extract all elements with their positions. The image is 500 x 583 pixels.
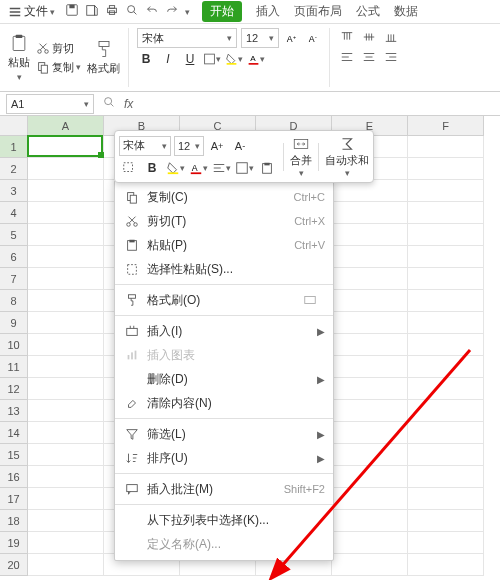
cell[interactable] bbox=[332, 554, 408, 576]
mini-dec-font-icon[interactable]: A- bbox=[230, 136, 250, 156]
align-right-icon[interactable] bbox=[382, 48, 400, 66]
cell[interactable] bbox=[408, 554, 484, 576]
row-header-19[interactable]: 19 bbox=[0, 532, 28, 554]
cell[interactable] bbox=[408, 312, 484, 334]
cell[interactable] bbox=[28, 488, 104, 510]
cm-paste-special[interactable]: 选择性粘贴(S)... bbox=[115, 257, 333, 281]
row-header-11[interactable]: 11 bbox=[0, 356, 28, 378]
cell[interactable] bbox=[332, 532, 408, 554]
mini-bold-icon[interactable]: B bbox=[142, 158, 162, 178]
align-center-icon[interactable] bbox=[360, 48, 378, 66]
cell[interactable] bbox=[332, 312, 408, 334]
fx-icon[interactable]: fx bbox=[124, 97, 133, 111]
cell[interactable] bbox=[28, 158, 104, 180]
row-header-15[interactable]: 15 bbox=[0, 444, 28, 466]
select-all-corner[interactable] bbox=[0, 116, 28, 136]
row-header-6[interactable]: 6 bbox=[0, 246, 28, 268]
cell[interactable] bbox=[408, 180, 484, 202]
mini-fill-icon[interactable]: ▾ bbox=[165, 158, 185, 178]
cell[interactable] bbox=[408, 224, 484, 246]
cm-delete[interactable]: 删除(D) ▶ bbox=[115, 367, 333, 391]
decrease-font-icon[interactable]: A- bbox=[305, 29, 323, 47]
row-header-2[interactable]: 2 bbox=[0, 158, 28, 180]
row-header-18[interactable]: 18 bbox=[0, 510, 28, 532]
cell[interactable] bbox=[408, 532, 484, 554]
cell[interactable] bbox=[332, 422, 408, 444]
mini-merge-button[interactable]: 合并▾ bbox=[290, 135, 312, 178]
cell[interactable] bbox=[408, 378, 484, 400]
qat-undo-icon[interactable] bbox=[145, 3, 159, 20]
cell[interactable] bbox=[28, 554, 104, 576]
cm-dropdown-pick[interactable]: 从下拉列表中选择(K)... bbox=[115, 508, 333, 532]
cell[interactable] bbox=[28, 312, 104, 334]
cell[interactable] bbox=[28, 246, 104, 268]
cm-clear[interactable]: 清除内容(N) bbox=[115, 391, 333, 415]
cell[interactable] bbox=[408, 202, 484, 224]
mini-align-icon[interactable]: ▾ bbox=[211, 158, 231, 178]
align-top-icon[interactable] bbox=[338, 28, 356, 46]
cell[interactable] bbox=[332, 180, 408, 202]
cell[interactable] bbox=[408, 290, 484, 312]
cm-cut[interactable]: 剪切(T) Ctrl+X bbox=[115, 209, 333, 233]
cell[interactable] bbox=[332, 246, 408, 268]
cell[interactable] bbox=[332, 202, 408, 224]
border-icon[interactable]: ▾ bbox=[203, 50, 221, 68]
qat-preview-icon[interactable] bbox=[125, 3, 139, 20]
tab-insert[interactable]: 插入 bbox=[256, 3, 280, 20]
cell[interactable] bbox=[332, 224, 408, 246]
cm-copy[interactable]: 复制(C) Ctrl+C bbox=[115, 185, 333, 209]
cell[interactable] bbox=[332, 356, 408, 378]
cell[interactable] bbox=[28, 510, 104, 532]
fn-icon[interactable] bbox=[102, 95, 116, 112]
fill-color-icon[interactable]: ▾ bbox=[225, 50, 243, 68]
qat-print-icon[interactable] bbox=[105, 3, 119, 20]
bold-icon[interactable]: B bbox=[137, 50, 155, 68]
cell[interactable] bbox=[408, 268, 484, 290]
row-header-20[interactable]: 20 bbox=[0, 554, 28, 576]
qat-redo-icon[interactable] bbox=[165, 3, 179, 20]
cm-sort[interactable]: 排序(U) ▶ bbox=[115, 446, 333, 470]
font-select[interactable]: 宋体▾ bbox=[137, 28, 237, 48]
row-header-16[interactable]: 16 bbox=[0, 466, 28, 488]
cell[interactable] bbox=[28, 224, 104, 246]
align-middle-icon[interactable] bbox=[360, 28, 378, 46]
cell[interactable] bbox=[28, 202, 104, 224]
cell[interactable] bbox=[408, 510, 484, 532]
menu-button[interactable]: 文件 ▾ bbox=[4, 1, 59, 22]
row-header-8[interactable]: 8 bbox=[0, 290, 28, 312]
cell[interactable] bbox=[408, 246, 484, 268]
cell[interactable] bbox=[28, 444, 104, 466]
mini-size-select[interactable]: 12▾ bbox=[174, 136, 204, 156]
qat-template-icon[interactable] bbox=[85, 3, 99, 20]
cell[interactable] bbox=[332, 466, 408, 488]
row-header-12[interactable]: 12 bbox=[0, 378, 28, 400]
row-header-4[interactable]: 4 bbox=[0, 202, 28, 224]
cell[interactable] bbox=[28, 400, 104, 422]
row-header-10[interactable]: 10 bbox=[0, 334, 28, 356]
format-painter-button[interactable]: 格式刷 bbox=[85, 37, 122, 78]
underline-icon[interactable]: U bbox=[181, 50, 199, 68]
cell[interactable] bbox=[28, 180, 104, 202]
name-box[interactable]: A1▾ bbox=[6, 94, 94, 114]
mini-inc-font-icon[interactable]: A+ bbox=[207, 136, 227, 156]
mini-clipboard-icon[interactable] bbox=[257, 158, 277, 178]
increase-font-icon[interactable]: A+ bbox=[283, 29, 301, 47]
row-header-5[interactable]: 5 bbox=[0, 224, 28, 246]
cell[interactable] bbox=[408, 422, 484, 444]
cm-insert[interactable]: 插入(I) ▶ bbox=[115, 319, 333, 343]
cut-button[interactable]: 剪切 bbox=[34, 40, 83, 57]
mini-autosum-button[interactable]: 自动求和▾ bbox=[325, 135, 369, 178]
qat-more-icon[interactable]: ▾ bbox=[185, 7, 190, 17]
mini-select-icon[interactable] bbox=[119, 158, 139, 178]
tab-data[interactable]: 数据 bbox=[394, 3, 418, 20]
cell[interactable] bbox=[332, 290, 408, 312]
cell[interactable] bbox=[408, 400, 484, 422]
cell[interactable] bbox=[408, 136, 484, 158]
cell[interactable] bbox=[28, 334, 104, 356]
cell[interactable] bbox=[408, 444, 484, 466]
cell[interactable] bbox=[408, 334, 484, 356]
row-header-7[interactable]: 7 bbox=[0, 268, 28, 290]
cm-format-painter[interactable]: 格式刷(O) bbox=[115, 288, 333, 312]
tab-formula[interactable]: 公式 bbox=[356, 3, 380, 20]
tab-start[interactable]: 开始 bbox=[202, 1, 242, 22]
